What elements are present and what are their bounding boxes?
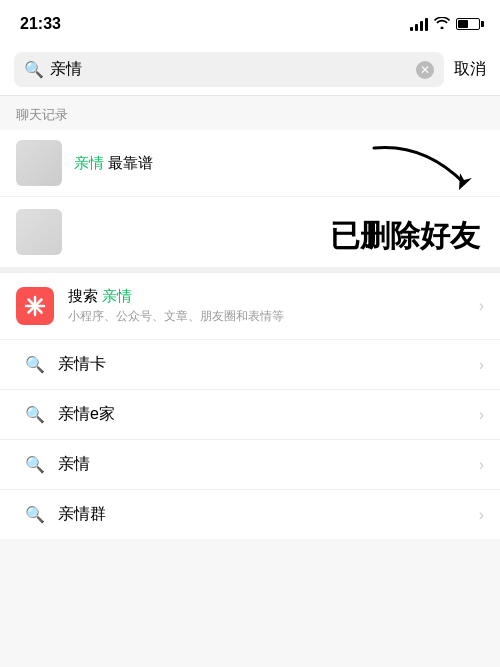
deleted-friend-text: 已删除好友 bbox=[330, 216, 480, 257]
suggestion-title-highlight: 亲情 bbox=[102, 287, 132, 306]
avatar-2 bbox=[16, 209, 62, 255]
battery-icon bbox=[456, 18, 480, 30]
search-icon-1: 🔍 bbox=[24, 405, 46, 424]
svg-marker-0 bbox=[459, 173, 472, 190]
search-icon-3: 🔍 bbox=[24, 505, 46, 524]
search-glass-icon: 🔍 bbox=[24, 60, 44, 79]
suggestion-title: 搜索 亲情 bbox=[68, 287, 465, 306]
list-item-1[interactable]: 🔍 亲情e家 › bbox=[0, 390, 500, 440]
list-item-text-2: 亲情 bbox=[58, 454, 467, 475]
list-item-0[interactable]: 🔍 亲情卡 › bbox=[0, 340, 500, 390]
chat-records-section: 亲情 最靠谱 已删除好友 bbox=[0, 130, 500, 273]
search-query-text: 亲情 bbox=[50, 59, 410, 80]
search-icon-2: 🔍 bbox=[24, 455, 46, 474]
signal-icon bbox=[410, 17, 428, 31]
suggestion-subtitle: 小程序、公众号、文章、朋友圈和表情等 bbox=[68, 308, 465, 325]
chat-item-2[interactable]: 已删除好友 bbox=[0, 197, 500, 267]
search-clear-button[interactable]: ✕ bbox=[416, 61, 434, 79]
chat-name-green-1: 亲情 bbox=[74, 154, 104, 173]
status-icons bbox=[410, 16, 480, 32]
suggestion-title-prefix: 搜索 bbox=[68, 287, 98, 306]
search-icon-0: 🔍 bbox=[24, 355, 46, 374]
status-bar: 21:33 bbox=[0, 0, 500, 44]
list-item-text-0: 亲情卡 bbox=[58, 354, 467, 375]
search-input-wrap[interactable]: 🔍 亲情 ✕ bbox=[14, 52, 444, 87]
cancel-button[interactable]: 取消 bbox=[454, 59, 486, 80]
section-label-chat: 聊天记录 bbox=[0, 96, 500, 130]
search-red-icon bbox=[16, 287, 54, 325]
chevron-right-icon: › bbox=[479, 297, 484, 315]
suggest-list: 🔍 亲情卡 › 🔍 亲情e家 › 🔍 亲情 › 🔍 亲情群 › bbox=[0, 340, 500, 539]
chat-item-1[interactable]: 亲情 最靠谱 bbox=[0, 130, 500, 197]
wifi-icon bbox=[434, 16, 450, 32]
status-time: 21:33 bbox=[20, 15, 61, 33]
chat-name-black-1: 最靠谱 bbox=[108, 154, 153, 173]
search-suggestion-item[interactable]: 搜索 亲情 小程序、公众号、文章、朋友圈和表情等 › bbox=[0, 273, 500, 339]
search-bar: 🔍 亲情 ✕ 取消 bbox=[0, 44, 500, 96]
list-item-text-1: 亲情e家 bbox=[58, 404, 467, 425]
avatar-1 bbox=[16, 140, 62, 186]
chevron-right-icon-3: › bbox=[479, 506, 484, 524]
search-section: 搜索 亲情 小程序、公众号、文章、朋友圈和表情等 › bbox=[0, 273, 500, 340]
chevron-right-icon-2: › bbox=[479, 456, 484, 474]
list-item-2[interactable]: 🔍 亲情 › bbox=[0, 440, 500, 490]
chevron-right-icon-1: › bbox=[479, 406, 484, 424]
suggestion-content: 搜索 亲情 小程序、公众号、文章、朋友圈和表情等 bbox=[68, 287, 465, 325]
list-item-3[interactable]: 🔍 亲情群 › bbox=[0, 490, 500, 539]
arrow-svg bbox=[364, 138, 484, 198]
chevron-right-icon-0: › bbox=[479, 356, 484, 374]
arrow-annotation bbox=[364, 138, 484, 198]
list-item-text-3: 亲情群 bbox=[58, 504, 467, 525]
